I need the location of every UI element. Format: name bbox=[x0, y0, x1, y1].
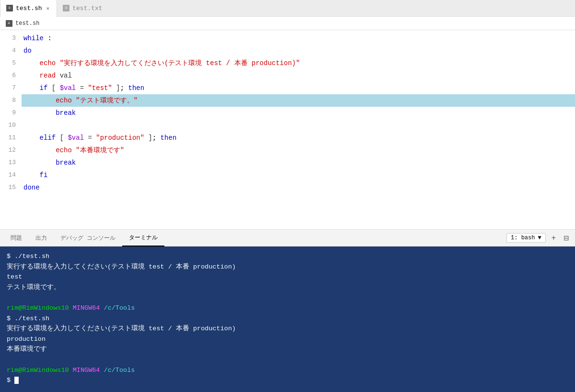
terminal-line-1: $ ./test.sh bbox=[7, 251, 568, 262]
tab-debug[interactable]: デバッグ コンソール bbox=[54, 229, 122, 246]
tab-test-txt[interactable]: ≡ test.txt bbox=[57, 0, 108, 17]
chevron-down-icon: ▼ bbox=[538, 235, 541, 241]
terminal-line-7: production bbox=[7, 334, 568, 345]
tab-bar: ≡ test.sh ✕ ≡ test.txt bbox=[0, 0, 575, 17]
split-terminal-button[interactable]: ⊟ bbox=[562, 234, 571, 242]
bash-label: 1: bash bbox=[511, 235, 535, 241]
tab-problems[interactable]: 問題 bbox=[4, 229, 29, 246]
terminal-prompt-1: rim@RimWindows10 MINGW64 /c/Tools bbox=[7, 303, 568, 314]
code-line-3: while : bbox=[22, 32, 575, 45]
tab-problems-label: 問題 bbox=[11, 234, 22, 242]
terminal-blank-1 bbox=[7, 292, 568, 303]
breadcrumb-text: test.sh bbox=[15, 20, 39, 27]
code-line-15: done bbox=[22, 181, 575, 194]
tab-label-txt: test.txt bbox=[72, 5, 102, 12]
file-icon: ≡ bbox=[6, 5, 13, 11]
add-terminal-button[interactable]: + bbox=[550, 234, 558, 242]
breadcrumb: ≡ test.sh bbox=[0, 17, 575, 30]
bottom-panel: 問題 出力 デバッグ コンソール ターミナル 1: bash ▼ + ⊟ $ .… bbox=[0, 229, 575, 392]
code-line-6: read val bbox=[22, 69, 575, 82]
code-line-9: break bbox=[22, 107, 575, 119]
terminal[interactable]: $ ./test.sh 実行する環境を入力してください(テスト環境 test /… bbox=[0, 246, 575, 392]
tab-terminal-label: ターミナル bbox=[129, 234, 158, 242]
tab-terminal[interactable]: ターミナル bbox=[122, 229, 164, 246]
panel-tab-bar: 問題 出力 デバッグ コンソール ターミナル 1: bash ▼ + ⊟ bbox=[0, 229, 575, 246]
terminal-line-6: 実行する環境を入力してください(テスト環境 test / 本番 producti… bbox=[7, 324, 568, 334]
code-line-14: fi bbox=[22, 169, 575, 181]
terminal-blank-2 bbox=[7, 355, 568, 365]
code-line-7: if [ $val = "test" ]; then bbox=[22, 82, 575, 94]
terminal-prompt-2: rim@RimWindows10 MINGW64 /c/Tools bbox=[7, 365, 568, 376]
tab-label: test.sh bbox=[16, 5, 42, 12]
code-line-10 bbox=[22, 119, 575, 132]
close-icon[interactable]: ✕ bbox=[45, 5, 51, 12]
code-line-13: break bbox=[22, 157, 575, 169]
terminal-line-3: test bbox=[7, 272, 568, 282]
code-line-8: echo "テスト環境です。" bbox=[22, 94, 575, 107]
terminal-line-4: テスト環境です。 bbox=[7, 282, 568, 293]
panel-right-controls: 1: bash ▼ + ⊟ bbox=[506, 233, 571, 243]
breadcrumb-file-icon: ≡ bbox=[6, 20, 12, 27]
terminal-cursor-line: $ bbox=[7, 375, 568, 386]
terminal-line-8: 本番環境です bbox=[7, 344, 568, 355]
tab-debug-label: デバッグ コンソール bbox=[60, 234, 115, 242]
code-line-11: elif [ $val = "production" ]; then bbox=[22, 132, 575, 144]
code-line-5: echo "実行する環境を入力してください(テスト環境 test / 本番 pr… bbox=[22, 57, 575, 69]
code-line-4: do bbox=[22, 45, 575, 57]
code-lines: while : do echo "実行する環境を入力してください(テスト環境 t… bbox=[22, 30, 575, 229]
tab-test-sh[interactable]: ≡ test.sh ✕ bbox=[0, 0, 57, 17]
terminal-line-2: 実行する環境を入力してください(テスト環境 test / 本番 producti… bbox=[7, 262, 568, 272]
line-numbers: 3 4 5 6 7 8 9 10 11 12 13 14 15 bbox=[0, 30, 22, 229]
terminal-line-5: $ ./test.sh bbox=[7, 314, 568, 324]
bash-select[interactable]: 1: bash ▼ bbox=[506, 233, 546, 243]
code-container: 3 4 5 6 7 8 9 10 11 12 13 14 15 while : … bbox=[0, 30, 575, 229]
terminal-cursor bbox=[14, 377, 19, 384]
tab-output[interactable]: 出力 bbox=[29, 229, 54, 246]
tab-output-label: 出力 bbox=[35, 234, 47, 242]
code-line-12: echo "本番環境です" bbox=[22, 144, 575, 157]
file-icon-inactive: ≡ bbox=[63, 5, 69, 11]
editor-area[interactable]: 3 4 5 6 7 8 9 10 11 12 13 14 15 while : … bbox=[0, 30, 575, 229]
